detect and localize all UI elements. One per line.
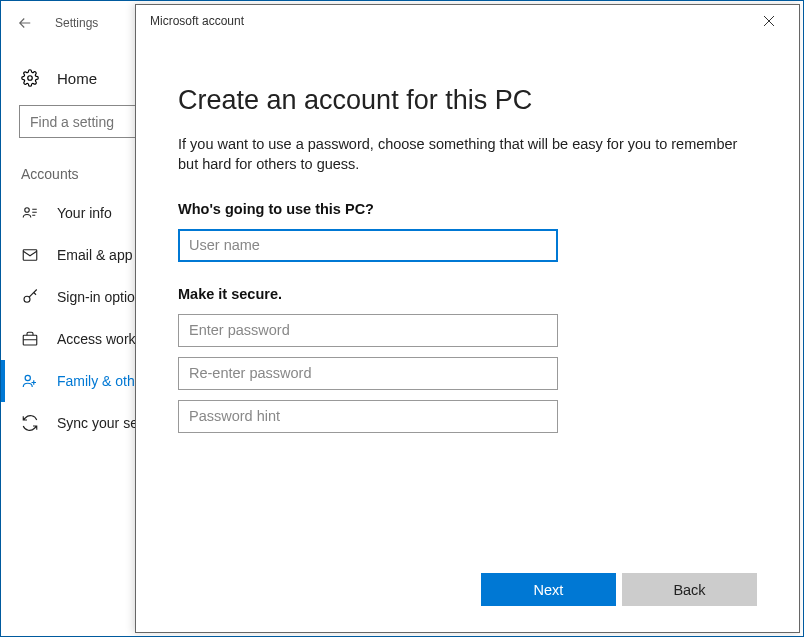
home-label: Home xyxy=(57,70,97,87)
svg-rect-2 xyxy=(23,250,37,261)
next-button[interactable]: Next xyxy=(481,573,616,606)
email-icon xyxy=(21,246,39,264)
account-dialog: Microsoft account Create an account for … xyxy=(135,4,800,633)
hint-input[interactable] xyxy=(178,400,558,433)
window-title: Settings xyxy=(55,16,98,30)
briefcase-icon xyxy=(21,330,39,348)
repassword-input[interactable] xyxy=(178,357,558,390)
back-button[interactable] xyxy=(13,11,37,35)
dialog-heading: Create an account for this PC xyxy=(178,85,757,116)
username-label: Who's going to use this PC? xyxy=(178,201,757,217)
back-button-dialog[interactable]: Back xyxy=(622,573,757,606)
nav-label: Your info xyxy=(57,205,112,221)
svg-point-0 xyxy=(28,76,33,81)
person-card-icon xyxy=(21,204,39,222)
sync-icon xyxy=(21,414,39,432)
username-input[interactable] xyxy=(178,229,558,262)
people-icon xyxy=(21,372,39,390)
dialog-description: If you want to use a password, choose so… xyxy=(178,134,757,175)
close-button[interactable] xyxy=(753,5,785,37)
key-icon xyxy=(21,288,39,306)
svg-point-5 xyxy=(25,375,30,380)
gear-icon xyxy=(21,69,39,87)
svg-point-1 xyxy=(25,208,30,213)
password-input[interactable] xyxy=(178,314,558,347)
dialog-title: Microsoft account xyxy=(150,14,244,28)
secure-label: Make it secure. xyxy=(178,286,757,302)
